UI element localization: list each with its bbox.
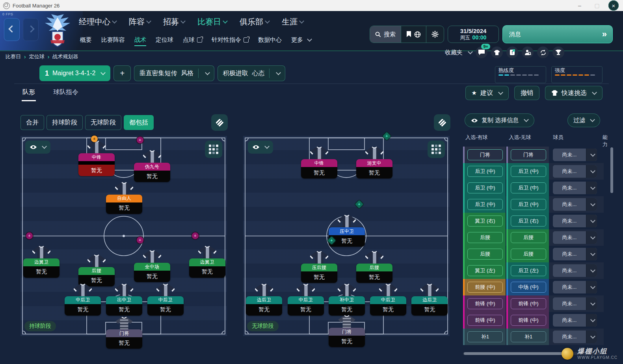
dropdown-arrow-button[interactable] (586, 149, 597, 161)
player-dropdown[interactable]: 尚未... (553, 264, 597, 277)
dropdown-arrow-button[interactable] (586, 215, 597, 227)
filter-option-0[interactable]: 合并 (20, 115, 44, 130)
filter-option-1[interactable]: 持球阶段 (46, 115, 83, 130)
player-slot-边后卫[interactable]: 边后卫暂无 (246, 283, 282, 316)
panel-filter-dropdown[interactable]: 过滤 (567, 113, 600, 127)
in-possession-cell[interactable]: 翼卫 (左) (463, 262, 506, 279)
player-slot-自由人[interactable]: 自由人暂无 (106, 182, 142, 214)
horizontal-scrollbar[interactable] (464, 352, 571, 355)
player-dropdown[interactable]: 尚未... (553, 297, 597, 310)
back-button[interactable] (4, 18, 20, 41)
role-card[interactable]: 游支中暂无 (356, 159, 392, 178)
player-slot-后腰[interactable]: 后腰暂无 (78, 254, 115, 286)
in-possession-cell[interactable]: 前锋 (中) (463, 295, 506, 312)
player-dropdown[interactable]: 尚未... (553, 215, 597, 227)
player-slot-边翼卫[interactable]: +边翼卫暂无 (23, 245, 60, 278)
pitch-view-dropdown[interactable] (248, 141, 273, 154)
primary-nav-item-5[interactable]: 生涯 (282, 17, 303, 27)
pitch-grid-button[interactable] (205, 141, 222, 158)
player-slot-中后卫[interactable]: 中后卫暂无 (370, 283, 406, 316)
breadcrumb-item-1[interactable]: 定位球 (29, 53, 45, 60)
formation-dropdown[interactable]: 1 Maigret 3-4-1-2 (39, 65, 110, 81)
role-card[interactable]: 压后腰暂无 (301, 264, 337, 283)
maximize-button[interactable]: ▢ (588, 0, 606, 11)
player-dropdown[interactable]: 尚未... (553, 165, 597, 178)
player-slot-门将[interactable]: 门将暂无 (329, 315, 365, 347)
role-card[interactable]: 伪九号暂无 (134, 163, 170, 182)
dropdown-arrow-button[interactable] (586, 264, 597, 277)
secondary-nav-item-3[interactable]: 定位球 (156, 36, 173, 46)
role-card[interactable]: 边翼卫暂无 (189, 258, 225, 278)
primary-nav-item-3[interactable]: 比赛日 (197, 17, 227, 27)
secondary-nav-item-7[interactable]: 更多 (291, 36, 311, 46)
out-of-possession-cell[interactable]: 前锋 (中) (506, 312, 549, 329)
out-of-possession-cell[interactable]: 后腰 (506, 246, 549, 262)
player-slot-中后卫[interactable]: 中后卫暂无 (288, 283, 324, 316)
player-slot-补中卫[interactable]: 补中卫暂无 (329, 283, 365, 316)
player-dropdown[interactable]: 尚未... (553, 231, 597, 244)
out-of-possession-cell[interactable]: 门将 (506, 147, 549, 163)
dropdown-arrow-button[interactable] (586, 182, 597, 194)
secondary-nav-item-0[interactable]: 概要 (80, 36, 92, 46)
secondary-nav-item-6[interactable]: 数据中心 (258, 36, 282, 46)
player-slot-中后卫[interactable]: 中后卫暂无 (147, 283, 184, 316)
in-possession-cell[interactable]: 后卫 (中) (463, 180, 506, 196)
pitch-grid-button[interactable] (428, 141, 445, 158)
primary-nav-item-4[interactable]: 俱乐部 (240, 17, 269, 27)
primary-nav-item-0[interactable]: 经理中心 (79, 17, 116, 27)
filter-option-3[interactable]: 都包括 (124, 115, 154, 130)
close-planner-button[interactable]: × (608, 0, 619, 11)
player-slot-中后卫[interactable]: 中后卫暂无 (65, 283, 101, 316)
out-of-possession-cell[interactable]: 后卫 (中) (506, 180, 549, 196)
player-slot-后腰[interactable]: 后腰暂无 (356, 251, 392, 283)
breadcrumb-item-0[interactable]: 比赛日 (6, 53, 21, 60)
out-of-possession-cell[interactable]: 补1 (506, 329, 549, 345)
bookmark-button[interactable] (401, 26, 426, 43)
player-dropdown[interactable]: 尚未... (553, 198, 597, 211)
suggest-button[interactable]: ★ 建议 (465, 86, 509, 100)
player-slot-中锋[interactable]: 中锋暂无 (301, 146, 337, 178)
role-card[interactable]: 全中场暂无 (134, 263, 170, 282)
minimize-button[interactable]: – (571, 0, 588, 11)
role-card[interactable]: 补中卫暂无 (329, 296, 365, 316)
player-slot-伪九号[interactable]: +伪九号暂无 (134, 150, 170, 182)
in-possession-cell[interactable]: 门将 (463, 147, 506, 163)
pitch-view-dropdown[interactable] (25, 141, 50, 154)
role-card[interactable]: 中锋暂无 (301, 159, 337, 178)
player-slot-中锋[interactable]: +中锋暂无 (78, 140, 115, 176)
player-dropdown[interactable]: 尚未... (553, 248, 597, 260)
forward-button[interactable] (23, 18, 39, 41)
in-possession-cell[interactable]: 前腰 (中) (463, 279, 506, 295)
in-possession-cell[interactable]: 翼卫 (右) (463, 213, 506, 229)
filter-option-2[interactable]: 无球阶段 (85, 115, 121, 130)
role-card[interactable]: 中后卫暂无 (370, 296, 406, 316)
style-dropdown[interactable]: 垂直密集短传 风格 (134, 65, 214, 81)
dropdown-arrow-button[interactable] (586, 281, 597, 293)
dropdown-arrow-button[interactable] (586, 165, 597, 178)
out-of-possession-cell[interactable]: 后卫 (右) (506, 213, 549, 229)
role-card[interactable]: 中锋暂无 (78, 153, 115, 176)
player-slot-游支中[interactable]: +游支中暂无 (356, 146, 392, 178)
primary-nav-item-1[interactable]: 阵容 (129, 17, 151, 27)
role-card[interactable]: 出中卫暂无 (106, 296, 142, 316)
in-possession-cell[interactable]: 后卫 (中) (463, 163, 506, 180)
settings-button[interactable] (426, 26, 444, 43)
out-of-possession-cell[interactable]: 后卫 (中) (506, 163, 549, 180)
player-dropdown[interactable]: 尚未... (553, 182, 597, 194)
vertical-scrollbar[interactable] (610, 147, 613, 193)
in-possession-cell[interactable]: 后腰 (463, 246, 506, 262)
undo-button[interactable]: 撤销 (514, 86, 539, 100)
out-of-possession-cell[interactable]: 后腰 (506, 229, 549, 246)
secondary-nav-item-1[interactable]: 比赛阵容 (101, 36, 125, 46)
dropdown-arrow-button[interactable] (586, 231, 597, 244)
dropdown-arrow-button[interactable] (586, 248, 597, 260)
role-card[interactable]: 边后卫暂无 (246, 296, 282, 316)
out-of-possession-cell[interactable]: 后卫 (左) (506, 262, 549, 279)
dropdown-arrow-button[interactable] (586, 198, 597, 211)
in-possession-cell[interactable]: 后卫 (中) (463, 196, 506, 213)
role-card[interactable]: 门将暂无 (106, 329, 142, 349)
player-slot-边翼卫[interactable]: +边翼卫暂无 (189, 245, 225, 278)
out-of-possession-cell[interactable]: 前锋 (中) (506, 295, 549, 312)
game-date[interactable]: 31/5/2024 周五00:00 (448, 26, 499, 43)
role-card[interactable]: 压中卫暂无 (329, 227, 365, 247)
